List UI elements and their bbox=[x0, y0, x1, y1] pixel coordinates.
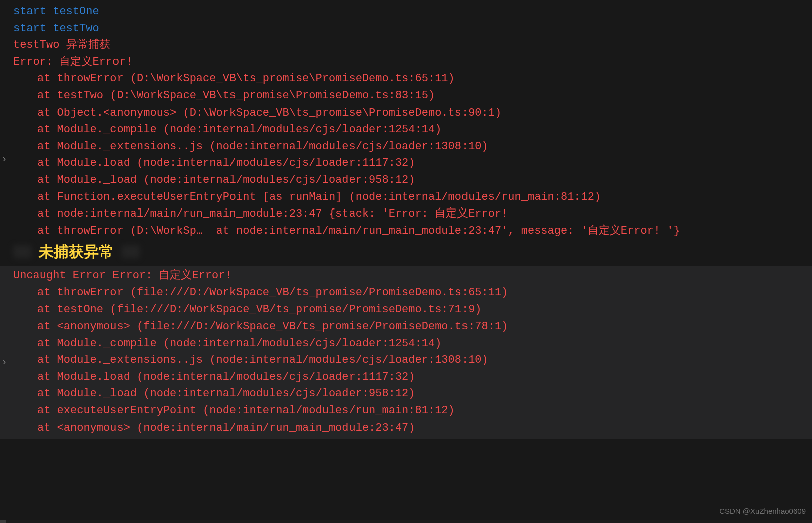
annotation-label-text: 未捕获异常 bbox=[39, 243, 114, 260]
stack-frame: at testTwo (D:\WorkSpace_VB\ts_promise\P… bbox=[13, 87, 812, 104]
chevron-right-icon[interactable]: › bbox=[1, 354, 7, 371]
stack-frame: at Module.load (node:internal/modules/cj… bbox=[13, 155, 812, 172]
stack-frame: at throwError (D:\WorkSp… at node:intern… bbox=[13, 223, 812, 240]
stack-frame: at <anonymous> (node:internal/main/run_m… bbox=[13, 420, 812, 437]
stack-frame: at Module._load (node:internal/modules/c… bbox=[13, 385, 812, 402]
stack-frame: at Module._compile (node:internal/module… bbox=[13, 121, 812, 138]
error-header: Error: 自定义Error! bbox=[13, 54, 812, 71]
debug-console: › › start testOne start testTwo testTwo … bbox=[0, 0, 812, 523]
stack-frame: at Module._extensions..js (node:internal… bbox=[13, 138, 812, 155]
chevron-right-icon[interactable]: › bbox=[1, 151, 7, 168]
stack-frame: at throwError (file:///D:/WorkSpace_VB/t… bbox=[13, 284, 812, 301]
watermark-label: CSDN @XuZhenhao0609 bbox=[719, 503, 806, 520]
stack-frame: at <anonymous> (file:///D:/WorkSpace_VB/… bbox=[13, 318, 812, 335]
log-line: start testOne bbox=[13, 3, 812, 20]
blur-decoration bbox=[122, 245, 140, 258]
horizontal-scrollbar[interactable] bbox=[0, 520, 812, 523]
uncaught-error-header: Uncaught Error Error: 自定义Error! bbox=[13, 267, 812, 284]
stack-frame: at throwError (D:\WorkSpace_VB\ts_promis… bbox=[13, 70, 812, 87]
stack-frame: at node:internal/main/run_main_module:23… bbox=[13, 205, 812, 223]
log-line: start testTwo bbox=[13, 20, 812, 37]
stack-frame: at Module._load (node:internal/modules/c… bbox=[13, 172, 812, 189]
stack-frame: at testOne (file:///D:/WorkSpace_VB/ts_p… bbox=[13, 301, 812, 319]
stack-frame: at Module._extensions..js (node:internal… bbox=[13, 352, 812, 369]
log-line: testTwo 异常捕获 bbox=[13, 37, 812, 54]
annotation-label: 未捕获异常 bbox=[13, 243, 812, 265]
uncaught-error-block: Uncaught Error Error: 自定义Error! at throw… bbox=[0, 266, 812, 439]
stack-frame: at Object.<anonymous> (D:\WorkSpace_VB\t… bbox=[13, 104, 812, 122]
stack-frame: at Module._compile (node:internal/module… bbox=[13, 335, 812, 352]
stack-frame: at Function.executeUserEntryPoint [as ru… bbox=[13, 189, 812, 206]
blur-decoration bbox=[13, 245, 31, 258]
stack-frame: at Module.load (node:internal/modules/cj… bbox=[13, 369, 812, 386]
stack-frame: at executeUserEntryPoint (node:internal/… bbox=[13, 402, 812, 420]
